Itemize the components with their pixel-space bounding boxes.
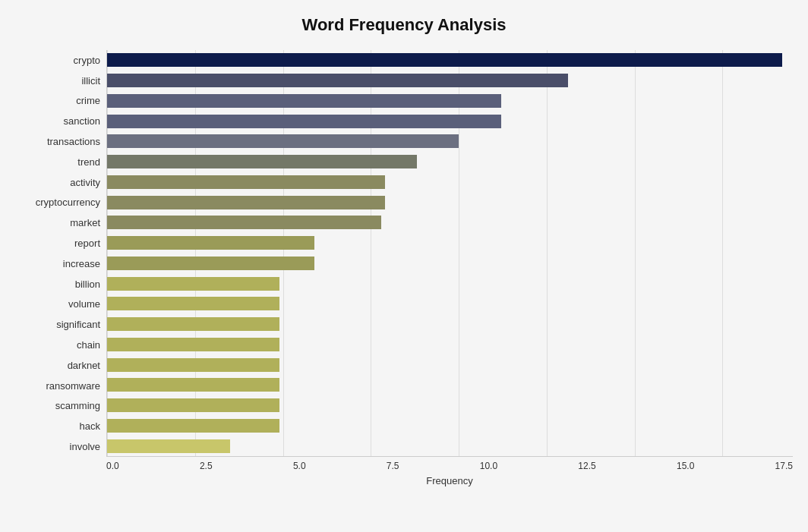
bar-row [107,52,793,68]
y-label: sanction [64,113,100,130]
bar [107,398,279,412]
bar [107,338,279,351]
bar-row [107,275,793,292]
bar-row [107,153,793,170]
bar [107,155,417,168]
bar [107,196,385,209]
chart-body: cryptoillicitcrimesanctiontransactionstr… [15,50,793,457]
grid-line [459,50,459,456]
bar-row [107,214,793,231]
y-label: crime [76,93,100,109]
bar-row [107,93,793,109]
x-tick: 0.0 [106,461,119,471]
chart-title: Word Frequency Analysis [15,15,793,35]
y-label: report [74,235,100,252]
bar-row [107,376,793,393]
y-axis: cryptoillicitcrimesanctiontransactionstr… [15,50,106,457]
grid-line [371,50,371,456]
x-tick: 10.0 [480,461,497,471]
y-label: involve [70,439,100,455]
y-label: cryptocurrency [36,194,100,211]
bar-row [107,397,793,414]
y-label: market [70,215,100,231]
y-label: scamming [55,398,100,414]
bar [107,236,314,250]
x-tick: 7.5 [387,461,399,471]
bar [107,134,459,148]
x-tick: 12.5 [578,461,595,471]
bar [107,378,279,392]
bar [107,358,279,372]
bar-row [107,255,793,272]
bar-row [107,417,793,434]
bar [107,439,230,453]
y-label: illicit [81,72,100,89]
x-axis: 0.02.55.07.510.012.515.017.5 [106,461,793,471]
bar [107,216,381,229]
y-label: billion [75,275,100,292]
y-label: hack [80,418,100,435]
x-tick: 5.0 [293,461,306,471]
bar-row [107,235,793,251]
grid-line [107,50,108,456]
x-tick: 15.0 [677,461,694,471]
bar [107,53,782,67]
y-label: increase [63,255,100,272]
bar-row [107,113,793,130]
y-label: volume [68,296,100,313]
y-label: chain [77,337,100,354]
grid-line [635,50,636,456]
bar-row [107,438,793,455]
bar [107,297,279,310]
y-label: transactions [47,134,100,150]
bar [107,175,385,189]
bar-row [107,194,793,211]
x-axis-label: Frequency [106,475,793,486]
grid-line [283,50,284,456]
bar [107,317,279,331]
bar-row [107,174,793,190]
bar-row [107,316,793,332]
bar-row [107,72,793,89]
bars-area [106,50,793,457]
bar-row [107,295,793,312]
bar-row [107,357,793,373]
grid-line [722,50,723,456]
bar [107,257,314,270]
grid-line [547,50,548,456]
bar [107,94,501,108]
bar [107,419,279,433]
y-label: activity [70,174,100,190]
y-label: darknet [68,357,100,373]
x-tick: 17.5 [775,461,793,471]
grid-line [195,50,196,456]
bar-row [107,133,793,150]
bar [107,74,568,87]
x-tick: 2.5 [200,461,213,471]
y-label: trend [77,153,100,170]
chart-container: Word Frequency Analysis cryptoillicitcri… [0,0,808,532]
y-label: crypto [74,52,100,68]
y-label: significant [56,316,100,333]
bar-row [107,336,793,353]
y-label: ransomware [46,377,100,394]
bar [107,115,501,128]
bar [107,277,279,291]
